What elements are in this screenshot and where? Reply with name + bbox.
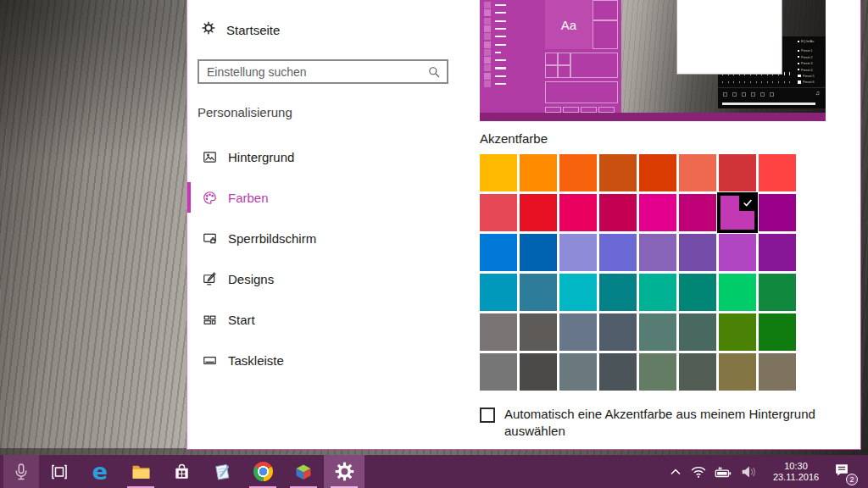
accent-swatch[interactable] <box>480 154 517 191</box>
sidebar-item-farben[interactable]: Farben <box>187 177 467 218</box>
accent-swatch[interactable] <box>639 353 676 391</box>
search-input[interactable] <box>199 65 427 79</box>
accent-swatch[interactable] <box>480 353 517 391</box>
file-explorer-icon <box>131 461 152 482</box>
start-layout-icon <box>201 312 218 328</box>
accent-swatch[interactable] <box>639 313 676 351</box>
task-view-icon <box>49 462 70 482</box>
accent-swatch[interactable] <box>520 274 557 311</box>
taskbar: e <box>0 455 868 488</box>
accent-swatch[interactable] <box>599 194 637 231</box>
taskbar-icon <box>201 352 218 369</box>
sidebar-item-designs[interactable]: Designs <box>187 258 467 299</box>
file-explorer-button[interactable] <box>120 455 161 488</box>
accent-swatch[interactable] <box>759 234 796 271</box>
accent-swatch[interactable] <box>559 313 597 351</box>
store-icon <box>172 462 192 481</box>
auto-accent-checkbox[interactable] <box>480 408 495 423</box>
accent-swatch[interactable] <box>520 234 557 271</box>
preview-window <box>676 0 782 75</box>
chrome-button[interactable] <box>242 455 283 488</box>
chevron-up-icon[interactable] <box>665 464 687 480</box>
notepad-button[interactable] <box>202 455 242 488</box>
notification-badge: 2 <box>846 474 858 485</box>
preview-progress-bar <box>722 103 815 105</box>
accent-swatch[interactable] <box>759 194 796 231</box>
accent-swatch[interactable] <box>480 194 517 231</box>
accent-swatch[interactable] <box>719 313 756 351</box>
accent-swatch[interactable] <box>599 353 637 391</box>
clock-date: 23.11.2016 <box>768 472 824 483</box>
settings-gear-button[interactable] <box>324 455 364 488</box>
sidebar-item-home[interactable]: Startseite <box>201 20 280 39</box>
accent-swatch[interactable] <box>719 274 756 311</box>
task-view-button[interactable] <box>39 455 80 488</box>
accent-swatch[interactable] <box>480 313 517 351</box>
accent-swatch[interactable] <box>719 194 756 231</box>
music-note-icon: ♫ <box>815 90 820 97</box>
search-icon[interactable] <box>427 65 441 79</box>
sidebar-item-taskleiste[interactable]: Taskleiste <box>187 340 467 380</box>
accent-swatch[interactable] <box>559 194 597 231</box>
accent-swatch[interactable] <box>639 234 676 271</box>
accent-swatch[interactable] <box>679 194 716 231</box>
accent-color-grid <box>480 154 796 391</box>
store-button[interactable] <box>161 455 202 488</box>
accent-swatch[interactable] <box>520 313 557 351</box>
accent-swatch[interactable] <box>759 353 796 391</box>
accent-swatch[interactable] <box>559 353 597 391</box>
accent-swatch[interactable] <box>759 274 796 311</box>
accent-swatch[interactable] <box>599 313 637 351</box>
microphone-button[interactable] <box>3 455 39 488</box>
accent-swatch[interactable] <box>559 154 597 191</box>
home-label: Startseite <box>226 23 280 37</box>
accent-swatch[interactable] <box>639 154 676 191</box>
volume-icon[interactable] <box>736 463 761 481</box>
accent-swatch[interactable] <box>480 274 517 311</box>
settings-window: Startseite Personalisierung Hinte <box>186 0 861 450</box>
accent-swatch[interactable] <box>759 154 796 191</box>
accent-swatch[interactable] <box>719 353 756 391</box>
battery-icon[interactable] <box>710 463 736 481</box>
edge-icon: e <box>92 460 108 483</box>
accent-swatch[interactable] <box>599 234 637 271</box>
sidebar-item-hintergrund[interactable]: Hintergrund <box>187 136 467 177</box>
accent-swatch[interactable] <box>480 234 517 271</box>
accent-swatch[interactable] <box>679 234 716 271</box>
accent-swatch[interactable] <box>599 274 637 311</box>
accent-swatch[interactable] <box>559 274 597 311</box>
chrome-icon <box>253 462 273 481</box>
check-icon <box>739 194 756 211</box>
settings-gear-icon <box>334 461 355 482</box>
accent-swatch[interactable] <box>679 353 716 391</box>
daemon-tools-button[interactable] <box>283 455 324 488</box>
sidebar-item-sperrbildschirm[interactable]: Sperrbildschirm <box>187 218 467 258</box>
accent-swatch[interactable] <box>639 274 676 311</box>
accent-swatch[interactable] <box>599 154 637 191</box>
notepad-icon <box>212 462 232 482</box>
selection-bar <box>187 182 191 213</box>
accent-swatch[interactable] <box>520 194 557 231</box>
accent-swatch[interactable] <box>679 274 716 311</box>
accent-swatch[interactable] <box>679 313 716 351</box>
wifi-icon[interactable] <box>687 463 710 480</box>
preview-taskbar <box>480 113 826 121</box>
accent-swatch[interactable] <box>520 353 557 391</box>
accent-swatch[interactable] <box>719 154 756 191</box>
action-center-icon[interactable]: 2 <box>831 461 853 483</box>
accent-swatch[interactable] <box>559 234 597 271</box>
microphone-icon <box>11 462 31 482</box>
accent-swatch[interactable] <box>679 154 716 191</box>
taskbar-clock[interactable]: 10:30 23.11.2016 <box>768 461 824 483</box>
desktop: Startseite Personalisierung Hinte <box>0 0 868 488</box>
settings-search <box>198 59 448 84</box>
theme-preview: EQ lin/AuPreset 1Preset 2Preset 3Preset … <box>480 0 826 121</box>
accent-swatch[interactable] <box>520 154 557 191</box>
accent-swatch[interactable] <box>719 234 756 271</box>
accent-section-title: Akzentfarbe <box>480 131 548 146</box>
edge-button[interactable]: e <box>80 455 120 488</box>
preview-aa-tile: Aa <box>545 0 593 49</box>
sidebar-item-start[interactable]: Start <box>187 299 467 340</box>
accent-swatch[interactable] <box>759 313 796 351</box>
accent-swatch[interactable] <box>639 194 676 231</box>
